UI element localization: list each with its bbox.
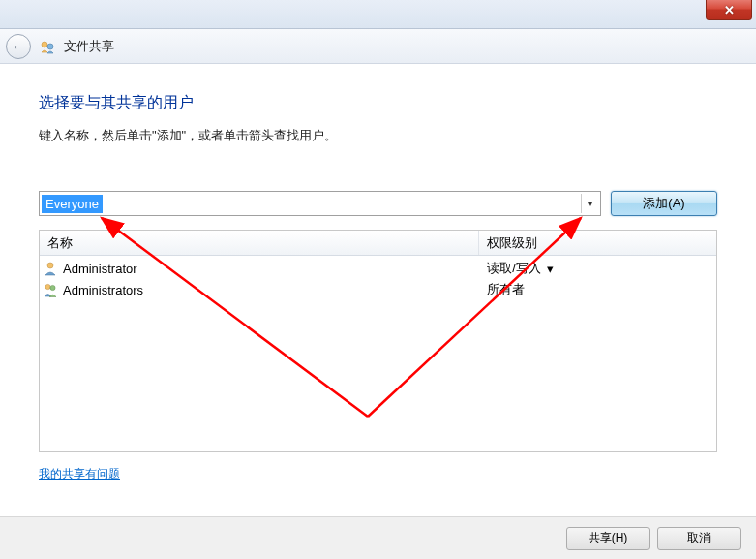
row-perm[interactable]: 读取/写入 ▾ (479, 260, 716, 277)
combo-selected-value: Everyone (42, 195, 103, 213)
header-name[interactable]: 名称 (40, 231, 479, 255)
row-name: Administrator (61, 262, 479, 276)
user-name-combo[interactable]: Everyone ▾ (39, 191, 601, 216)
arrow-left-icon: ← (12, 39, 25, 54)
page-heading: 选择要与其共享的用户 (39, 93, 717, 113)
file-sharing-icon (39, 38, 56, 55)
title-bar: ✕ (0, 0, 756, 29)
breadcrumb-bar: ← 文件共享 (0, 29, 756, 64)
cancel-button[interactable]: 取消 (657, 527, 741, 550)
add-button-label: 添加(A) (643, 195, 684, 212)
group-icon (40, 282, 61, 297)
close-icon: ✕ (724, 3, 735, 17)
chevron-down-icon[interactable]: ▾ (581, 194, 598, 213)
table-body: Administrator 读取/写入 ▾ Administrators 所有者 (40, 256, 716, 302)
close-button[interactable]: ✕ (706, 0, 752, 20)
back-button[interactable]: ← (6, 34, 31, 59)
footer: 共享(H) 取消 (0, 516, 756, 559)
table-row[interactable]: Administrator 读取/写入 ▾ (40, 258, 716, 279)
svg-point-1 (47, 44, 53, 49)
user-table: 名称 权限级别 Administrator 读取/写入 ▾ Administra… (39, 230, 717, 452)
row-perm[interactable]: 所有者 (479, 281, 716, 298)
table-row[interactable]: Administrators 所有者 (40, 279, 716, 300)
window-title: 文件共享 (64, 38, 114, 55)
input-row: Everyone ▾ 添加(A) (39, 191, 717, 216)
user-icon (40, 261, 61, 276)
svg-point-0 (42, 42, 47, 47)
header-perm[interactable]: 权限级别 (479, 231, 716, 255)
table-header: 名称 权限级别 (40, 231, 716, 256)
content-area: 选择要与其共享的用户 键入名称，然后单击"添加"，或者单击箭头查找用户。 Eve… (0, 64, 756, 482)
help-link[interactable]: 我的共享有问题 (39, 466, 120, 482)
svg-point-4 (50, 285, 55, 290)
chevron-down-icon: ▾ (547, 262, 554, 276)
page-subtext: 键入名称，然后单击"添加"，或者单击箭头查找用户。 (39, 127, 717, 144)
svg-point-2 (47, 263, 53, 268)
share-button[interactable]: 共享(H) (566, 527, 650, 550)
svg-point-3 (45, 284, 50, 289)
add-button[interactable]: 添加(A) (611, 191, 717, 216)
row-name: Administrators (61, 283, 479, 297)
